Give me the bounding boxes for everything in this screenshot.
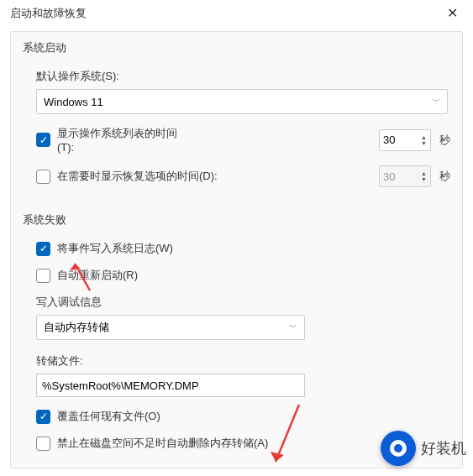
show-os-list-checkbox[interactable]: [36, 133, 50, 147]
dump-file-value: %SystemRoot%\MEMORY.DMP: [42, 379, 199, 392]
close-icon[interactable]: ✕: [442, 3, 463, 23]
logo-circle-icon: [381, 431, 416, 466]
dump-file-label: 转储文件:: [36, 353, 450, 369]
default-os-value: Windows 11: [44, 96, 103, 108]
dump-file-input[interactable]: %SystemRoot%\MEMORY.DMP: [36, 374, 305, 397]
watermark-logo: 好装机: [381, 431, 466, 466]
debug-info-select[interactable]: 自动内存转储 ﹀: [36, 315, 305, 340]
failure-group: 系统失败 将事件写入系统日志(W) 自动重新启动(R) 写入调试信息 自动内存转…: [23, 212, 450, 451]
chevron-down-icon: ﹀: [432, 96, 440, 107]
overwrite-checkbox[interactable]: [36, 410, 50, 424]
window-title: 启动和故障恢复: [10, 6, 87, 21]
show-os-list-seconds[interactable]: 30 ▲▼: [379, 129, 431, 151]
seconds-unit: 秒: [439, 133, 450, 148]
auto-restart-checkbox[interactable]: [36, 269, 50, 283]
startup-group: 系统启动 默认操作系统(S): Windows 11 ﹀ 显示操作系统列表的时间…: [23, 40, 450, 187]
debug-info-value: 自动内存转储: [44, 320, 109, 335]
show-recovery-value: 30: [383, 170, 395, 183]
overwrite-label: 覆盖任何现有文件(O): [57, 409, 450, 424]
show-os-list-label: 显示操作系统列表的时间(T):: [57, 126, 194, 154]
spinner-arrows-icon: ▲▼: [421, 170, 427, 182]
settings-panel: 系统启动 默认操作系统(S): Windows 11 ﹀ 显示操作系统列表的时间…: [10, 31, 463, 468]
startup-group-title: 系统启动: [23, 40, 450, 55]
show-recovery-checkbox[interactable]: [36, 170, 50, 184]
default-os-label: 默认操作系统(S):: [36, 69, 450, 84]
write-log-label: 将事件写入系统日志(W): [57, 241, 450, 256]
show-os-list-value: 30: [383, 133, 395, 146]
watermark-text: 好装机: [421, 438, 466, 458]
default-os-select[interactable]: Windows 11 ﹀: [36, 89, 448, 114]
auto-restart-label: 自动重新启动(R): [57, 268, 450, 283]
chevron-down-icon: ﹀: [289, 322, 297, 333]
failure-group-title: 系统失败: [23, 212, 450, 228]
write-log-checkbox[interactable]: [36, 242, 50, 256]
debug-info-label: 写入调试信息: [36, 295, 450, 310]
show-recovery-seconds: 30 ▲▼: [379, 165, 431, 187]
disable-autodel-checkbox[interactable]: [36, 437, 50, 451]
show-recovery-label: 在需要时显示恢复选项的时间(D):: [57, 169, 229, 184]
spinner-arrows-icon[interactable]: ▲▼: [421, 134, 427, 146]
seconds-unit: 秒: [439, 169, 450, 184]
